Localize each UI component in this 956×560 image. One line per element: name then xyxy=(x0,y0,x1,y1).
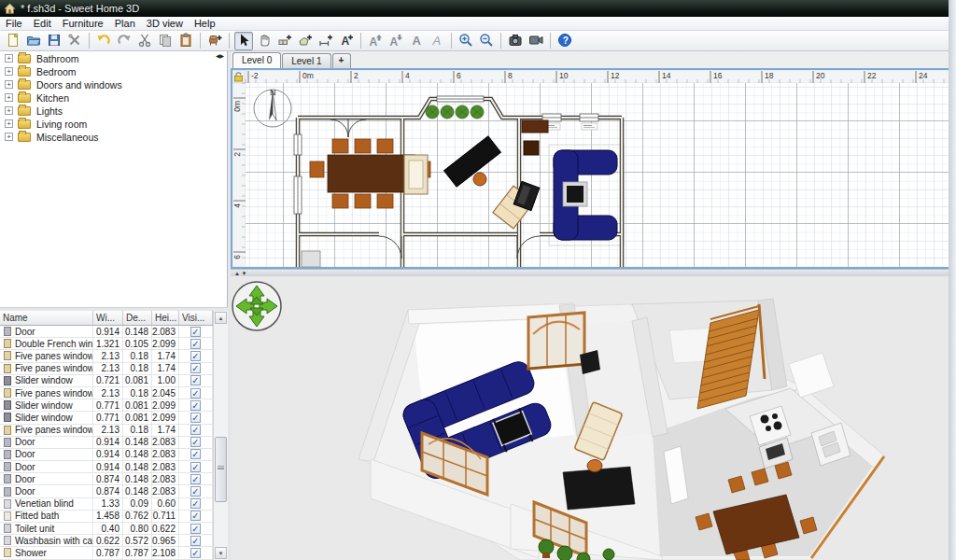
table-row[interactable]: Slider window0.7710.0812.099✓ xyxy=(0,412,228,424)
table-scrollbar[interactable]: ▲ ▼ xyxy=(213,311,228,560)
paste-button[interactable] xyxy=(176,32,195,50)
table-row[interactable]: Slider window0.7210.0811.00✓ xyxy=(0,375,228,387)
reduce-text-button[interactable]: A xyxy=(387,32,405,50)
visible-checkbox[interactable]: ✓ xyxy=(190,339,201,349)
scene-3d[interactable] xyxy=(231,276,956,560)
table-row[interactable]: Venetian blind1.330.090.60✓ xyxy=(0,498,228,511)
visible-checkbox[interactable]: ✓ xyxy=(190,511,201,521)
table-row[interactable]: Shower0.7870.7872.108✓ xyxy=(0,547,228,559)
zoom-in-button[interactable] xyxy=(457,32,475,50)
toggle-bold-button[interactable]: A xyxy=(407,32,426,50)
enlarge-text-button[interactable]: A xyxy=(366,32,385,50)
menu-3d-view[interactable]: 3D view xyxy=(141,17,189,31)
expander-plus-icon[interactable]: + xyxy=(5,54,13,63)
visible-checkbox[interactable]: ✓ xyxy=(190,400,201,411)
table-row[interactable]: Five panes window2.130.181.74✓ xyxy=(0,425,228,437)
visible-checkbox[interactable]: ✓ xyxy=(190,449,201,459)
plan-stool[interactable] xyxy=(473,173,486,186)
menu-plan[interactable]: Plan xyxy=(109,17,141,31)
visible-checkbox[interactable]: ✓ xyxy=(190,375,201,385)
table-row[interactable]: Door0.9140.1482.083✓ xyxy=(0,449,228,461)
view-3d[interactable] xyxy=(231,276,956,560)
plan-3d-splitter[interactable]: ▲ ▼ xyxy=(231,269,956,276)
create-dimensions-button[interactable] xyxy=(316,32,335,50)
expander-plus-icon[interactable]: + xyxy=(5,93,13,102)
expander-plus-icon[interactable]: + xyxy=(5,106,13,115)
menu-furniture[interactable]: Furniture xyxy=(57,17,109,31)
expander-plus-icon[interactable]: + xyxy=(5,133,13,141)
visible-checkbox[interactable]: ✓ xyxy=(190,486,201,497)
add-furniture-button[interactable] xyxy=(205,32,224,50)
sidebar-item-living-room[interactable]: +Living room xyxy=(0,118,227,130)
expander-plus-icon[interactable]: + xyxy=(5,67,13,76)
create-rooms-button[interactable] xyxy=(296,32,315,50)
furniture-list-table[interactable]: NameWi...De...Hei...Visi...Door0.9140.14… xyxy=(0,311,228,560)
create-photo-button[interactable] xyxy=(506,32,525,50)
visible-checkbox[interactable]: ✓ xyxy=(190,548,201,558)
help-button[interactable]: ? xyxy=(555,32,574,50)
create-video-button[interactable] xyxy=(527,32,545,50)
table-row[interactable]: Door0.8740.1482.083✓ xyxy=(0,473,228,485)
scroll-down-icon[interactable]: ▼ xyxy=(215,547,227,559)
table-row[interactable]: Door0.8740.1482.083✓ xyxy=(0,485,228,497)
sidebar-item-kitchen[interactable]: +Kitchen xyxy=(0,91,227,104)
table-row[interactable]: Double French win...1.3210.1052.099✓ xyxy=(0,338,228,350)
sidebar-item-miscellaneous[interactable]: +Miscellaneous xyxy=(0,131,227,143)
add-level-tab[interactable]: + xyxy=(332,53,351,68)
sidebar-item-lights[interactable]: +Lights xyxy=(0,105,227,117)
table-row[interactable]: Five panes window2.130.181.74✓ xyxy=(0,363,228,375)
table-row[interactable]: Fitted bath1.4580.7620.711✓ xyxy=(0,511,228,523)
scroll-up-icon[interactable]: ▲ xyxy=(215,312,227,324)
pan-tool-button[interactable] xyxy=(255,32,274,50)
visible-checkbox[interactable]: ✓ xyxy=(190,363,201,373)
select-tool-button[interactable] xyxy=(234,32,253,50)
plan-view[interactable]: -20m24681012141618202224 0m246 N xyxy=(231,68,956,269)
furniture-catalog-tree[interactable]: +Bathroom+Bedroom+Doors and windows+Kitc… xyxy=(0,51,228,307)
3d-navigation-widget[interactable] xyxy=(232,282,281,330)
column-header-de[interactable]: De... xyxy=(123,311,152,325)
visible-checkbox[interactable]: ✓ xyxy=(190,524,201,534)
column-header-hei[interactable]: Hei... xyxy=(152,311,179,325)
tab-level-1[interactable]: Level 1 xyxy=(282,53,330,68)
visible-checkbox[interactable]: ✓ xyxy=(190,498,201,509)
table-row[interactable]: Slider window0.7710.0812.099✓ xyxy=(0,399,228,412)
undo-button[interactable] xyxy=(94,32,113,50)
visible-checkbox[interactable]: ✓ xyxy=(190,462,201,472)
visible-checkbox[interactable]: ✓ xyxy=(190,388,201,399)
column-header-name[interactable]: Name xyxy=(0,311,93,325)
save-button[interactable] xyxy=(45,32,63,50)
plan-canvas[interactable]: -20m24681012141618202224 0m246 N xyxy=(232,70,954,267)
visible-checkbox[interactable]: ✓ xyxy=(190,327,201,337)
visible-checkbox[interactable]: ✓ xyxy=(190,425,201,435)
preferences-button[interactable] xyxy=(65,32,84,50)
menu-edit[interactable]: Edit xyxy=(28,17,57,31)
plan-armchair[interactable] xyxy=(404,155,428,194)
table-row[interactable]: Door0.9140.1482.083✓ xyxy=(0,437,228,449)
visible-checkbox[interactable]: ✓ xyxy=(190,437,201,447)
new-home-button[interactable] xyxy=(4,32,22,50)
visible-checkbox[interactable]: ✓ xyxy=(190,351,201,361)
table-row[interactable]: Toilet unit0.400.800.622✓ xyxy=(0,523,228,535)
visible-checkbox[interactable]: ✓ xyxy=(190,536,201,546)
cut-button[interactable] xyxy=(135,32,154,50)
sidebar-item-doors-and-windows[interactable]: +Doors and windows xyxy=(0,78,227,91)
table-row[interactable]: Washbasin with ca...0.6220.5720.965✓ xyxy=(0,535,228,547)
copy-button[interactable] xyxy=(156,32,175,50)
zoom-out-button[interactable] xyxy=(477,32,496,50)
create-walls-button[interactable] xyxy=(275,32,294,50)
plan-appliance[interactable] xyxy=(302,251,320,267)
scrollbar-thumb[interactable] xyxy=(215,437,227,502)
table-row[interactable]: Five panes window2.130.181.74✓ xyxy=(0,350,228,362)
menu-help[interactable]: Help xyxy=(189,17,221,31)
visible-checkbox[interactable]: ✓ xyxy=(190,413,201,423)
sidebar-item-bathroom[interactable]: +Bathroom xyxy=(0,52,227,64)
toggle-italic-button[interactable]: A xyxy=(428,32,446,50)
column-header-visi[interactable]: Visi... xyxy=(179,311,213,325)
titlebar[interactable]: * f.sh3d - Sweet Home 3D xyxy=(0,0,956,17)
open-button[interactable] xyxy=(24,32,43,50)
table-row[interactable]: Five panes window2.130.182.045✓ xyxy=(0,387,228,399)
create-text-button[interactable]: A xyxy=(337,32,356,50)
table-row[interactable]: Door0.9140.1482.083✓ xyxy=(0,326,228,338)
plan-cabinet[interactable] xyxy=(524,141,539,155)
redo-button[interactable] xyxy=(115,32,134,50)
